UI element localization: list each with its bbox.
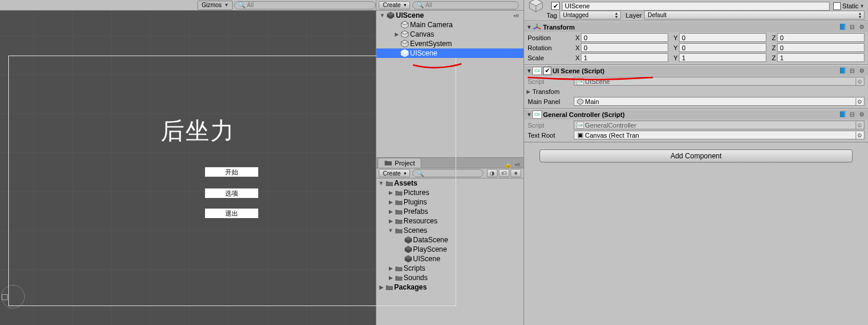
foldout-closed-icon[interactable]: ▶ — [526, 89, 532, 95]
inspector-panel: ✔ Static ▼ Tag Untagged ▲▼ Layer Default… — [524, 0, 868, 325]
hierarchy-tree: ▼ UIScene ▪≡ Main Camera▶CanvasEventSyst… — [376, 11, 524, 157]
transform-component: ▼ Transform 📘 ⊟ ⚙ Position X Y Z Rotatio… — [524, 21, 868, 65]
hierarchy-item[interactable]: Main Camera — [376, 20, 524, 30]
hierarchy-item[interactable]: ▶Canvas — [376, 30, 524, 39]
component-header-uiscene[interactable]: ▼ C# ✔ UI Scene (Script) 📘 ⊟ ⚙ — [524, 65, 868, 76]
foldout-open-icon[interactable]: ▼ — [526, 24, 532, 30]
gizmos-dropdown[interactable]: Gizmos ▼ — [197, 1, 233, 10]
gear-icon[interactable]: ⚙ — [857, 110, 866, 119]
hierarchy-item-label: UIScene — [410, 49, 437, 57]
hierarchy-item-label: Canvas — [410, 30, 434, 38]
help-icon[interactable]: 📘 — [838, 23, 847, 31]
hierarchy-item[interactable]: UIScene — [376, 48, 524, 58]
textroot-row: Text Root ▣ Canvas (Rect Tran ⊙ — [528, 130, 864, 140]
help-icon[interactable]: 📘 — [838, 67, 847, 75]
transform-icon — [532, 23, 542, 31]
unity-scene-icon — [386, 11, 395, 20]
chevron-down-icon: ▼ — [403, 3, 407, 7]
scale-x-input[interactable] — [581, 53, 668, 62]
component-header-transform[interactable]: ▼ Transform 📘 ⊟ ⚙ — [524, 21, 868, 32]
gameobject-icon — [400, 49, 409, 57]
rotation-x-input[interactable] — [581, 43, 668, 52]
scene-gizmo-2d[interactable] — [0, 282, 28, 311]
scene-search-placeholder: All — [247, 2, 253, 8]
gear-icon[interactable]: ⚙ — [857, 23, 866, 31]
position-x-input[interactable] — [581, 33, 668, 42]
search-icon: 🔍 — [417, 2, 424, 8]
position-y-input[interactable] — [679, 33, 766, 42]
preset-icon[interactable]: ⊟ — [848, 110, 856, 119]
transform-field-row[interactable]: ▶ Transfom — [528, 86, 864, 96]
textroot-value: Canvas (Rect Tran — [585, 132, 639, 139]
hierarchy-item-label: EventSystem — [410, 40, 452, 48]
rotation-z-input[interactable] — [777, 43, 864, 52]
uiscene-script-component: ▼ C# ✔ UI Scene (Script) 📘 ⊟ ⚙ Script C#… — [524, 65, 868, 109]
component-header-generalcontroller[interactable]: ▼ C# General Controller (Script) 📘 ⊟ ⚙ — [524, 109, 868, 119]
inspector-header: ✔ Static ▼ Tag Untagged ▲▼ Layer Default… — [524, 0, 868, 21]
object-picker-icon[interactable]: ⊙ — [856, 98, 863, 105]
foldout-open-icon[interactable]: ▼ — [526, 68, 532, 74]
rotation-y-input[interactable] — [679, 43, 766, 52]
hierarchy-item[interactable]: EventSystem — [376, 39, 524, 48]
mainpanel-field[interactable]: Main ⊙ — [574, 97, 864, 106]
annotation-red-underline — [526, 76, 654, 82]
gameobject-active-checkbox[interactable]: ✔ — [551, 2, 560, 10]
x-label: X — [574, 34, 581, 41]
svg-line-21 — [534, 27, 537, 29]
preset-icon[interactable]: ⊟ — [848, 67, 856, 75]
layer-label: Layer — [626, 12, 642, 19]
gizmos-label: Gizmos — [201, 2, 222, 8]
add-component-button[interactable]: Add Component — [539, 150, 853, 162]
foldout-open-icon[interactable]: ▼ — [379, 12, 386, 18]
textroot-field[interactable]: ▣ Canvas (Rect Tran ⊙ — [574, 131, 864, 139]
scene-view-panel: Gizmos ▼ 🔍 All 后坐力 开始 选项 退出 — [0, 0, 376, 325]
static-checkbox[interactable] — [833, 2, 841, 10]
mainpanel-value: Main — [585, 98, 599, 105]
filter-by-label-button[interactable]: 🏷 — [499, 169, 509, 177]
static-dropdown-icon[interactable]: ▼ — [860, 4, 864, 9]
rect-transform-icon: ▣ — [577, 132, 584, 139]
scene-menu-icon[interactable]: ▪≡ — [513, 12, 520, 19]
hierarchy-scene-row[interactable]: ▼ UIScene ▪≡ — [376, 11, 524, 20]
foldout-open-icon[interactable]: ▼ — [526, 112, 532, 118]
preset-icon[interactable]: ⊟ — [848, 23, 856, 31]
filter-by-type-button[interactable]: ◑ — [487, 169, 498, 177]
scale-y-input[interactable] — [679, 53, 766, 62]
search-icon: 🔍 — [238, 2, 245, 8]
script-label: Script — [528, 122, 574, 129]
help-icon[interactable]: 📘 — [838, 110, 847, 119]
y-label: Y — [672, 44, 679, 51]
tag-dropdown[interactable]: Untagged ▲▼ — [560, 11, 621, 20]
scene-name: UIScene — [396, 11, 424, 20]
hierarchy-item-label: Main Camera — [410, 21, 453, 29]
layer-dropdown[interactable]: Default ▲▼ — [644, 11, 864, 20]
gear-icon[interactable]: ⚙ — [857, 67, 866, 75]
hierarchy-search-input[interactable]: 🔍 All — [412, 1, 519, 9]
position-z-input[interactable] — [777, 33, 864, 42]
x-label: X — [574, 44, 581, 51]
save-search-button[interactable]: ★ — [511, 169, 521, 177]
object-picker-icon[interactable]: ⊙ — [856, 122, 863, 129]
x-label: X — [574, 54, 581, 61]
gameobject-icon — [526, 0, 548, 16]
script-row: Script C# GeneralController ⊙ — [528, 120, 864, 130]
scene-viewport[interactable]: 后坐力 开始 选项 退出 — [0, 11, 376, 325]
csharp-script-icon: C# — [532, 67, 542, 75]
gameobject-name-input[interactable] — [562, 2, 830, 11]
lock-icon[interactable]: 🔒 — [505, 161, 512, 168]
component-enabled-checkbox[interactable]: ✔ — [543, 67, 551, 75]
transform-prop-label: Transfom — [532, 88, 573, 95]
scale-z-input[interactable] — [777, 53, 864, 62]
panel-menu-icon[interactable]: ▪≡ — [514, 161, 521, 168]
svg-line-20 — [537, 27, 541, 29]
layer-value: Default — [648, 12, 667, 18]
create-label: Create — [383, 2, 401, 8]
object-picker-icon[interactable]: ⊙ — [856, 132, 863, 139]
scene-search-input[interactable]: 🔍 All — [234, 1, 376, 9]
object-picker-icon[interactable]: ⊙ — [856, 78, 863, 85]
foldout-closed-icon[interactable]: ▶ — [393, 31, 400, 37]
generalcontroller-title: General Controller (Script) — [543, 111, 837, 118]
game-menu-button-options: 选项 — [204, 188, 259, 199]
hierarchy-create-dropdown[interactable]: Create ▼ — [379, 1, 410, 9]
scale-label: Scale — [528, 54, 574, 61]
